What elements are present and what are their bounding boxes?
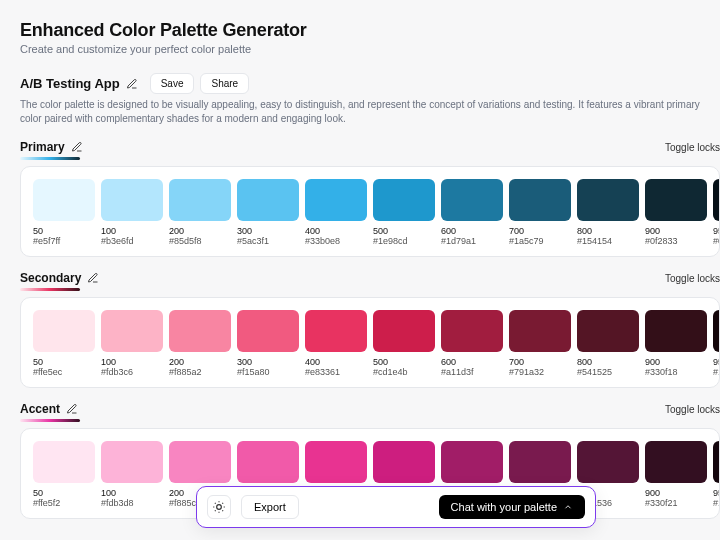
pencil-icon[interactable] bbox=[66, 403, 78, 415]
swatch[interactable]: 600#a11d3f bbox=[441, 310, 503, 377]
bottom-bar: Export Chat with your palette bbox=[196, 486, 596, 528]
swatch-label: 200 bbox=[169, 226, 231, 236]
swatch[interactable]: 50#ffe5ec bbox=[33, 310, 95, 377]
swatch-hex: #85d5f8 bbox=[169, 236, 231, 246]
page-subtitle: Create and customize your perfect color … bbox=[20, 43, 720, 55]
swatch-label: 950 bbox=[713, 357, 720, 367]
swatch[interactable]: 600#1d79a1 bbox=[441, 179, 503, 246]
swatch-chip bbox=[645, 310, 707, 352]
swatch-label: 400 bbox=[305, 226, 367, 236]
swatch[interactable]: 100#fdb3c6 bbox=[101, 310, 163, 377]
swatch-hex: #e5f7ff bbox=[33, 236, 95, 246]
swatch-hex: #ffe5f2 bbox=[33, 498, 95, 508]
swatch-chip bbox=[441, 310, 503, 352]
swatch[interactable]: 100#fdb3d8 bbox=[101, 441, 163, 508]
swatch-hex: #b3e6fd bbox=[101, 236, 163, 246]
swatch[interactable]: 700#791a32 bbox=[509, 310, 571, 377]
swatch[interactable]: 50#ffe5f2 bbox=[33, 441, 95, 508]
swatch-hex: #791a32 bbox=[509, 367, 571, 377]
swatch[interactable]: 500#1e98cd bbox=[373, 179, 435, 246]
swatch[interactable]: 950#14060a bbox=[713, 310, 720, 377]
swatch-label: 200 bbox=[169, 357, 231, 367]
swatch[interactable]: 50#e5f7ff bbox=[33, 179, 95, 246]
swatch-hex: #f15a80 bbox=[237, 367, 299, 377]
pencil-icon[interactable] bbox=[87, 272, 99, 284]
swatch-chip bbox=[713, 179, 720, 221]
swatch[interactable]: 950#14060d bbox=[713, 441, 720, 508]
swatch-hex: #a11d3f bbox=[441, 367, 503, 377]
swatch[interactable]: 900#330f18 bbox=[645, 310, 707, 377]
swatch-chip bbox=[645, 179, 707, 221]
swatch-chip bbox=[373, 310, 435, 352]
swatch-chip bbox=[713, 310, 720, 352]
swatch-hex: #330f18 bbox=[645, 367, 707, 377]
swatch-label: 950 bbox=[713, 226, 720, 236]
group-gradient-bar bbox=[20, 288, 80, 291]
swatch[interactable]: 800#541525 bbox=[577, 310, 639, 377]
swatch-card: 50#ffe5ec100#fdb3c6200#f885a2300#f15a804… bbox=[20, 297, 720, 388]
swatch-label: 100 bbox=[101, 226, 163, 236]
share-button[interactable]: Share bbox=[200, 73, 249, 94]
swatch-label: 50 bbox=[33, 488, 95, 498]
toggle-locks-button[interactable]: Toggle locks bbox=[665, 142, 720, 153]
theme-toggle-button[interactable] bbox=[207, 495, 231, 519]
swatch-hex: #154154 bbox=[577, 236, 639, 246]
group-gradient-bar bbox=[20, 157, 80, 160]
swatch-chip bbox=[169, 310, 231, 352]
swatch-hex: #cd1e4b bbox=[373, 367, 435, 377]
swatch[interactable]: 200#f885a2 bbox=[169, 310, 231, 377]
swatch-chip bbox=[237, 310, 299, 352]
swatch-card: 50#e5f7ff100#b3e6fd200#85d5f8300#5ac3f14… bbox=[20, 166, 720, 257]
chevron-up-icon bbox=[563, 502, 573, 512]
swatch-hex: #1e98cd bbox=[373, 236, 435, 246]
swatch-hex: #f885a2 bbox=[169, 367, 231, 377]
swatch[interactable]: 700#1a5c79 bbox=[509, 179, 571, 246]
swatch[interactable]: 200#85d5f8 bbox=[169, 179, 231, 246]
pencil-icon[interactable] bbox=[71, 141, 83, 153]
swatch[interactable]: 900#330f21 bbox=[645, 441, 707, 508]
sun-icon bbox=[212, 500, 226, 514]
swatch-label: 800 bbox=[577, 357, 639, 367]
swatch-label: 500 bbox=[373, 357, 435, 367]
export-button[interactable]: Export bbox=[241, 495, 299, 519]
swatch-chip bbox=[441, 441, 503, 483]
swatch-hex: #1a5c79 bbox=[509, 236, 571, 246]
swatch-chip bbox=[577, 310, 639, 352]
swatch-chip bbox=[33, 179, 95, 221]
swatch[interactable]: 400#33b0e8 bbox=[305, 179, 367, 246]
swatch[interactable]: 300#5ac3f1 bbox=[237, 179, 299, 246]
save-button[interactable]: Save bbox=[150, 73, 195, 94]
swatch[interactable]: 300#f15a80 bbox=[237, 310, 299, 377]
swatch-chip bbox=[237, 441, 299, 483]
swatch[interactable]: 950#061017 bbox=[713, 179, 720, 246]
swatch-chip bbox=[101, 441, 163, 483]
swatch[interactable]: 500#cd1e4b bbox=[373, 310, 435, 377]
toggle-locks-button[interactable]: Toggle locks bbox=[665, 404, 720, 415]
swatch[interactable]: 400#e83361 bbox=[305, 310, 367, 377]
swatch-label: 600 bbox=[441, 357, 503, 367]
swatch-label: 800 bbox=[577, 226, 639, 236]
page-title: Enhanced Color Palette Generator bbox=[20, 20, 720, 41]
toggle-locks-button[interactable]: Toggle locks bbox=[665, 273, 720, 284]
swatch-hex: #330f21 bbox=[645, 498, 707, 508]
swatch-label: 400 bbox=[305, 357, 367, 367]
chat-button[interactable]: Chat with your palette bbox=[439, 495, 585, 519]
swatch-chip bbox=[169, 441, 231, 483]
swatch[interactable]: 900#0f2833 bbox=[645, 179, 707, 246]
swatch-chip bbox=[33, 310, 95, 352]
app-title: A/B Testing App bbox=[20, 76, 120, 91]
swatch-hex: #541525 bbox=[577, 367, 639, 377]
swatch-label: 100 bbox=[101, 357, 163, 367]
swatch-hex: #061017 bbox=[713, 236, 720, 246]
swatch-hex: #5ac3f1 bbox=[237, 236, 299, 246]
swatch-chip bbox=[577, 179, 639, 221]
swatch-chip bbox=[305, 441, 367, 483]
swatch[interactable]: 800#154154 bbox=[577, 179, 639, 246]
swatch[interactable]: 100#b3e6fd bbox=[101, 179, 163, 246]
swatch-label: 700 bbox=[509, 357, 571, 367]
pencil-icon[interactable] bbox=[126, 78, 138, 90]
swatch-chip bbox=[305, 310, 367, 352]
swatch-chip bbox=[509, 179, 571, 221]
color-group: PrimaryToggle locks50#e5f7ff100#b3e6fd20… bbox=[20, 140, 720, 257]
swatch-hex: #14060a bbox=[713, 367, 720, 377]
